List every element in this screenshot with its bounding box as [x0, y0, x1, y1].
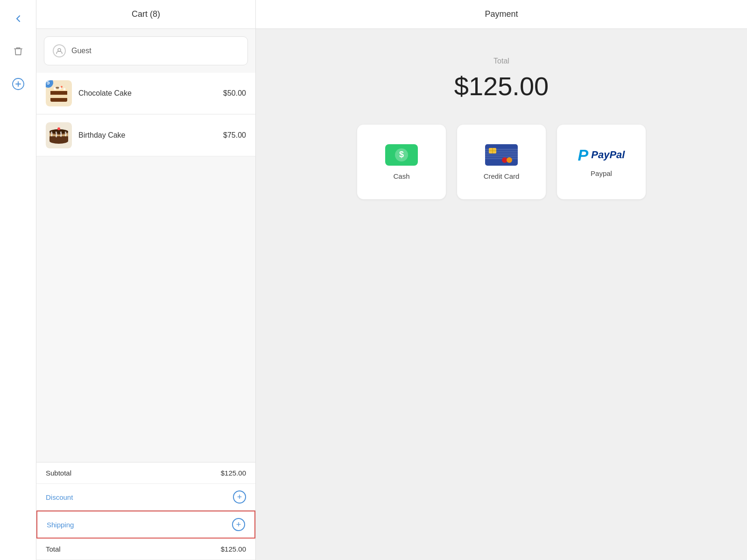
svg-rect-5: [50, 94, 67, 98]
add-button[interactable]: [9, 75, 28, 93]
paypal-p-icon: P: [578, 147, 589, 163]
svg-point-10: [63, 88, 66, 91]
svg-point-1: [58, 49, 61, 51]
cart-items: 5 Choc: [36, 73, 255, 462]
paypal-payment-button[interactable]: P PayPal Paypal: [557, 125, 646, 199]
item-price: $75.00: [223, 131, 246, 140]
list-item[interactable]: 5 Choc: [36, 73, 255, 114]
delete-button[interactable]: [9, 42, 28, 61]
payment-total-amount: $125.00: [454, 71, 549, 101]
paypal-label: Paypal: [591, 169, 612, 177]
subtotal-value: $125.00: [221, 469, 246, 477]
cart-title: Cart (8): [132, 9, 160, 19]
paypal-icon: P PayPal: [578, 147, 625, 163]
shipping-label: Shipping: [47, 521, 74, 529]
svg-rect-26: [485, 158, 518, 159]
payment-total-label: Total: [493, 57, 509, 65]
svg-point-31: [507, 157, 512, 163]
add-discount-button[interactable]: +: [233, 490, 246, 504]
cart-footer: Subtotal $125.00 Discount + Shipping + T…: [36, 462, 255, 560]
payment-body: Total $125.00 $ Cash: [256, 29, 747, 560]
cart-panel: Cart (8) Guest 5: [36, 0, 256, 560]
cash-icon: $: [385, 144, 418, 166]
list-item[interactable]: Birthday Cake $75.00: [36, 115, 255, 156]
cart-header: Cart (8): [36, 0, 255, 29]
svg-rect-6: [50, 91, 67, 95]
guest-label: Guest: [71, 47, 92, 55]
total-label: Total: [46, 545, 61, 553]
svg-point-12: [61, 86, 63, 88]
payment-title: Payment: [485, 9, 518, 19]
add-shipping-button[interactable]: +: [232, 518, 245, 531]
payment-panel: Payment Total $125.00 $ Cash: [256, 0, 747, 560]
discount-label: Discount: [46, 493, 73, 501]
payment-methods: $ Cash: [357, 125, 646, 199]
guest-icon: [53, 44, 66, 57]
subtotal-row: Subtotal $125.00: [36, 462, 255, 484]
sidebar: [0, 0, 36, 560]
cash-dollar-symbol: $: [395, 148, 408, 161]
credit-card-payment-button[interactable]: Credit Card: [457, 125, 546, 199]
svg-point-11: [56, 87, 59, 89]
svg-point-19: [57, 127, 60, 130]
item-image: 5: [46, 80, 72, 106]
credit-card-icon: [485, 144, 518, 166]
total-value: $125.00: [221, 545, 246, 553]
guest-button[interactable]: Guest: [44, 36, 248, 65]
paypal-text-icon: PayPal: [591, 149, 625, 161]
item-price: $50.00: [223, 89, 246, 98]
subtotal-label: Subtotal: [46, 469, 71, 477]
total-row: Total $125.00: [36, 539, 255, 560]
discount-row[interactable]: Discount +: [36, 484, 255, 511]
item-image: [46, 122, 72, 148]
shipping-row[interactable]: Shipping +: [36, 511, 255, 539]
item-name: Birthday Cake: [78, 131, 217, 140]
cash-payment-button[interactable]: $ Cash: [357, 125, 446, 199]
cash-label: Cash: [393, 172, 409, 180]
credit-card-label: Credit Card: [484, 172, 520, 180]
payment-header: Payment: [256, 0, 747, 29]
item-name: Chocolate Cake: [78, 89, 217, 98]
svg-rect-24: [485, 154, 518, 155]
back-button[interactable]: [9, 9, 28, 28]
svg-rect-15: [49, 135, 68, 142]
svg-rect-25: [485, 156, 518, 157]
